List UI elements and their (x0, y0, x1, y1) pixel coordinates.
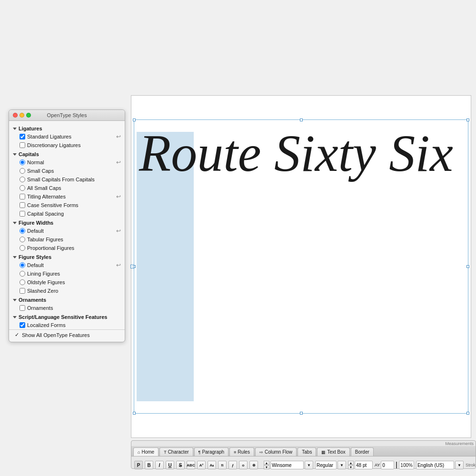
capital-spacing-checkbox[interactable] (20, 211, 25, 217)
zoom-button[interactable] (26, 113, 31, 118)
handle-topleft[interactable] (133, 119, 136, 121)
tabular-figures-radio[interactable] (20, 237, 25, 242)
triangle-icon (13, 256, 17, 258)
style-dropdown-btn[interactable]: ▼ (337, 461, 346, 469)
font-up[interactable]: ▲ (264, 461, 269, 465)
subscript-btn[interactable]: A₂ (208, 461, 216, 469)
italic-btn[interactable]: I (155, 461, 164, 469)
ligature-btn[interactable]: fi (218, 461, 227, 469)
capital-spacing-row: Capital Spacing (9, 209, 125, 218)
bold-btn[interactable]: B (145, 461, 153, 469)
size-up[interactable]: ▲ (348, 461, 354, 465)
tabular-figures-row: Tabular Figures (9, 235, 125, 244)
normal-icon: ↩ (116, 159, 121, 166)
underline-btn[interactable]: U (166, 461, 174, 469)
handle-bottomleft[interactable] (133, 412, 136, 415)
style-group: ▼ (315, 461, 346, 469)
superscript-btn[interactable]: A² (197, 461, 206, 469)
language-dropdown-btn[interactable]: ▼ (455, 461, 464, 469)
font-stepper-group: ▲ ▼ ▼ (264, 461, 313, 469)
tab-text-box[interactable]: ▦ Text Box (317, 447, 349, 456)
case-sensitive-forms-row: Case Sensitive Forms (9, 201, 125, 209)
localized-forms-row: Localized Forms (9, 321, 125, 329)
tracking-input[interactable] (381, 461, 394, 469)
handle-bottommid[interactable] (300, 412, 303, 415)
font-size-input[interactable] (355, 461, 373, 469)
size-down[interactable]: ▼ (348, 465, 354, 469)
minimize-button[interactable] (20, 113, 24, 118)
size-group: ▲ ▼ (348, 461, 373, 469)
tab-border[interactable]: Border (351, 447, 374, 456)
localized-forms-checkbox[interactable] (20, 322, 25, 328)
all-small-caps-row: All Small Caps (9, 184, 125, 192)
handle-midright[interactable] (466, 265, 469, 268)
section-capitals[interactable]: Capitals (9, 149, 125, 158)
oldstyle-figures-row: Oldstyle Figures (9, 278, 125, 287)
tab-paragraph[interactable]: ¶ Paragraph (194, 447, 229, 456)
fs-default-radio[interactable] (20, 262, 25, 268)
toolbar-title: Measurements (131, 441, 476, 446)
discretionary-ligatures-checkbox[interactable] (20, 142, 25, 148)
section-script[interactable]: Script/Language Sensitive Features (9, 312, 125, 321)
titling-alternates-checkbox[interactable] (20, 194, 25, 199)
text-port[interactable]: ◁ (130, 265, 134, 268)
fraction-btn[interactable]: ƒ (228, 461, 237, 469)
case-sensitive-forms-checkbox[interactable] (20, 202, 25, 208)
slashed-zero-checkbox[interactable] (20, 288, 25, 294)
color-swatch[interactable] (396, 462, 397, 468)
show-all-label: Show All OpenType Features (22, 332, 89, 338)
ordinal-btn[interactable]: o (239, 461, 248, 469)
standard-ligatures-checkbox[interactable] (20, 134, 25, 139)
tab-column-flow[interactable]: ⇨ Column Flow (255, 447, 297, 456)
show-all-row[interactable]: ✓ Show All OpenType Features (9, 329, 125, 340)
triangle-icon (13, 153, 17, 156)
tab-tabs[interactable]: Tabs (298, 447, 316, 456)
ornaments-checkbox[interactable] (20, 305, 25, 311)
font-down[interactable]: ▼ (264, 465, 269, 469)
color-percent-input[interactable]: 100% (399, 461, 414, 469)
triangle-icon (13, 128, 17, 130)
handle-topmid[interactable] (300, 119, 303, 121)
close-button[interactable] (13, 113, 18, 118)
oldstyle-figures-radio[interactable] (20, 279, 25, 285)
section-figure-styles[interactable]: Figure Styles (9, 252, 125, 261)
ligature-icon: ↩ (116, 133, 121, 140)
strikethrough-btn[interactable]: S (176, 461, 185, 469)
language-input[interactable] (416, 461, 454, 469)
language-group: ▼ (416, 461, 464, 469)
proportional-figures-radio[interactable] (20, 245, 25, 251)
font-name-input[interactable] (270, 461, 304, 469)
section-ligatures[interactable]: Ligatures (9, 124, 125, 132)
lining-figures-radio[interactable] (20, 271, 25, 277)
size-stepper[interactable]: ▲ ▼ (348, 461, 354, 469)
panel-title: OpenType Styles (47, 112, 87, 118)
traffic-lights (13, 113, 31, 118)
titling-icon: ↩ (116, 193, 121, 200)
route-text: Route Sixty Six (139, 125, 463, 182)
paragraph-btn[interactable]: P (134, 461, 143, 469)
tab-character[interactable]: T Character (159, 447, 193, 456)
font-dropdown-btn[interactable]: ▼ (305, 461, 313, 469)
toolbar-controls: P B I U S ABC A² A₂ fi ƒ o ⊕ ▲ ▼ ▼ ▼ ▲ (131, 456, 476, 474)
normal-radio[interactable] (20, 159, 25, 165)
font-stepper[interactable]: ▲ ▼ (264, 461, 269, 469)
font-style-input[interactable] (315, 461, 337, 469)
small-caps-from-caps-row: Small Capitals From Capitals (9, 175, 125, 184)
handle-topright[interactable] (466, 119, 469, 121)
small-caps-from-caps-radio[interactable] (20, 177, 25, 182)
opentype-panel: OpenType Styles Ligatures Standard Ligat… (9, 109, 125, 342)
section-figure-widths[interactable]: Figure Widths (9, 218, 125, 227)
handle-bottomright[interactable] (466, 412, 469, 415)
fs-default-row: Default ↩ (9, 261, 125, 269)
text-frame[interactable]: ◁ Route Sixty Six (134, 119, 468, 414)
fw-default-radio[interactable] (20, 228, 25, 234)
allcaps-btn[interactable]: ABC (187, 461, 195, 469)
tab-rules[interactable]: ≡ Rules (229, 447, 254, 456)
tab-home[interactable]: ⌂ Home (133, 447, 159, 456)
small-caps-row: Small Caps (9, 167, 125, 175)
all-small-caps-radio[interactable] (20, 185, 25, 191)
small-caps-radio[interactable] (20, 168, 25, 174)
section-ornaments[interactable]: Ornaments (9, 295, 125, 304)
special-btn[interactable]: ⊕ (249, 461, 258, 469)
measurements-toolbar: Measurements ⌂ Home T Character ¶ Paragr… (131, 440, 476, 469)
